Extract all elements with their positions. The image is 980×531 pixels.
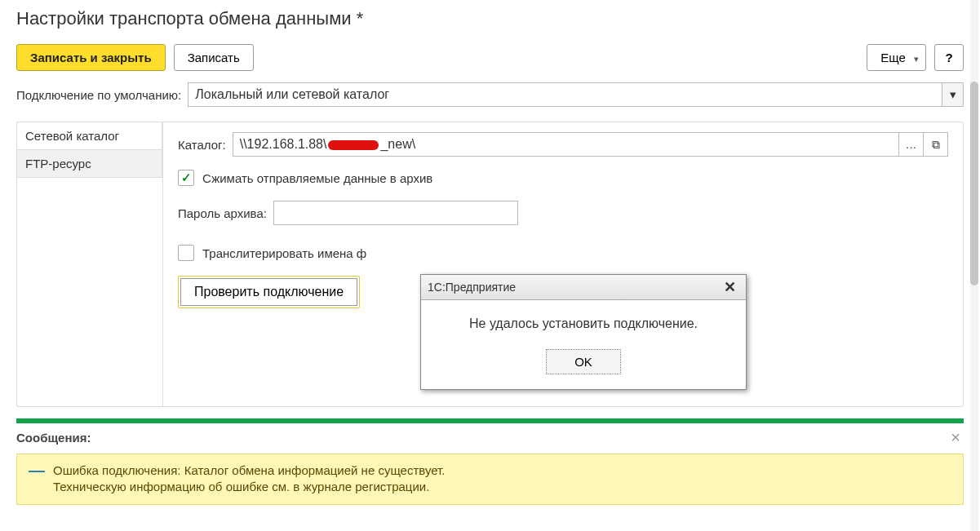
toolbar: Записать и закрыть Записать Еще ▾ ?	[16, 44, 964, 71]
translit-label: Транслитерировать имена ф	[202, 246, 366, 260]
page-title: Настройки транспорта обмена данными *	[16, 8, 964, 29]
minus-icon: —	[29, 462, 45, 477]
compress-label: Сжимать отправляемые данные в архив	[202, 171, 432, 185]
dialog-close-button[interactable]: ✕	[721, 278, 739, 296]
scrollbar-thumb[interactable]	[970, 82, 978, 285]
catalog-value-suffix: _new\	[380, 137, 415, 151]
tabs: Сетевой каталог FTP-ресурс	[16, 122, 163, 406]
archive-password-label: Пароль архива:	[178, 206, 267, 220]
dialog-ok-button[interactable]: OK	[546, 349, 621, 374]
catalog-input[interactable]: \\192.168.1.88\_new\	[233, 132, 899, 157]
compress-checkbox[interactable]: ✓	[178, 170, 194, 186]
messages-heading: Сообщения:	[16, 431, 91, 445]
save-button[interactable]: Записать	[174, 44, 254, 71]
message-line-1: Ошибка подключения: Каталог обмена инфор…	[53, 463, 445, 477]
tab-network-catalog[interactable]: Сетевой каталог	[16, 122, 162, 150]
default-connection-select[interactable]: Локальный или сетевой каталог	[188, 82, 942, 107]
catalog-label: Каталог:	[178, 138, 226, 152]
close-icon: ×	[951, 428, 960, 446]
chevron-down-icon: ▾	[950, 87, 956, 101]
more-button-label: Еще	[880, 51, 906, 64]
default-connection-label: Подключение по умолчанию:	[16, 88, 181, 102]
messages-divider	[16, 418, 964, 423]
close-messages-button[interactable]: ×	[947, 428, 964, 447]
dialog-title: 1С:Предприятие	[428, 281, 516, 294]
default-connection-dropdown-button[interactable]: ▾	[942, 82, 964, 107]
tab-ftp-resource[interactable]: FTP-ресурс	[16, 149, 162, 178]
more-button[interactable]: Еще ▾	[867, 44, 926, 71]
open-external-icon: ⧉	[932, 138, 940, 151]
archive-password-input[interactable]	[273, 201, 518, 225]
check-icon: ✓	[181, 170, 192, 185]
default-connection-row: Подключение по умолчанию: Локальный или …	[16, 82, 964, 107]
catalog-open-button[interactable]: ⧉	[924, 132, 948, 157]
test-connection-button[interactable]: Проверить подключение	[180, 278, 357, 306]
error-dialog: 1С:Предприятие ✕ Не удалось установить п…	[420, 274, 747, 390]
dialog-titlebar[interactable]: 1С:Предприятие ✕	[421, 275, 746, 300]
help-button[interactable]: ?	[934, 44, 964, 71]
message-item[interactable]: — Ошибка подключения: Каталог обмена инф…	[16, 454, 964, 505]
close-icon: ✕	[724, 279, 736, 295]
chevron-down-icon: ▾	[914, 54, 919, 64]
dialog-message: Не удалось установить подключение.	[434, 316, 733, 331]
save-close-button[interactable]: Записать и закрыть	[16, 44, 166, 71]
vertical-scrollbar[interactable]	[970, 0, 978, 531]
catalog-value-prefix: \\192.168.1.88\	[240, 137, 327, 151]
message-text: Ошибка подключения: Каталог обмена инфор…	[53, 462, 445, 496]
redacted-text	[328, 140, 379, 150]
message-line-2: Техническую информацию об ошибке см. в ж…	[53, 480, 429, 493]
catalog-browse-button[interactable]: …	[899, 132, 924, 157]
translit-checkbox[interactable]	[178, 245, 194, 261]
ellipsis-icon: …	[906, 138, 917, 151]
